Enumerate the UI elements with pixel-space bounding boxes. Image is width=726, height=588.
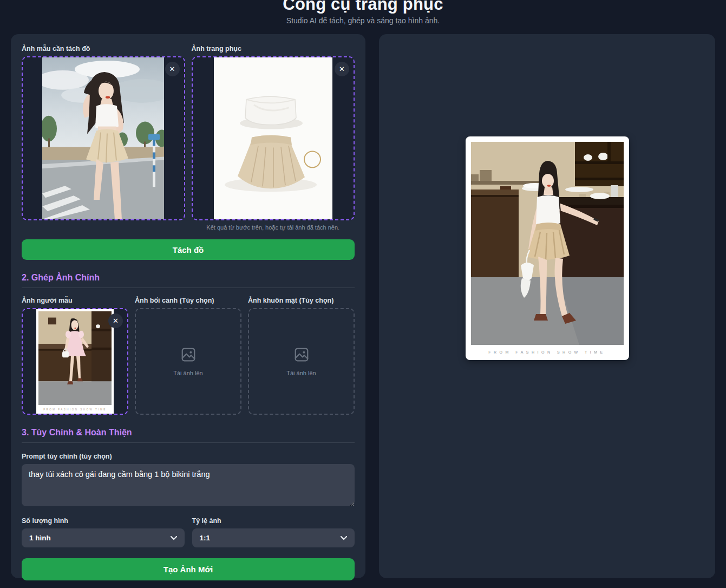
outfit-photo-column: Ảnh trang phục xyxy=(192,45,355,231)
prompt-input[interactable]: thay túi xách cô gái đang cầm bằng 1 bộ … xyxy=(22,464,355,506)
image-upload-icon xyxy=(180,347,197,363)
controls-panel: Ảnh mẫu cần tách đồ xyxy=(11,34,365,578)
page-subtitle: Studio AI để tách, ghép và sáng tạo hình… xyxy=(0,16,726,25)
photo-watermark: FROM FASHION SHOW TIME xyxy=(38,405,112,414)
upload-placeholder-text: Tải ảnh lên xyxy=(286,370,316,376)
prompt-label: Prompt tùy chỉnh (tùy chọn) xyxy=(22,453,355,460)
page-header: Công cụ trang phục Studio AI để tách, gh… xyxy=(0,0,726,25)
source-photo-dropzone[interactable]: ✕ xyxy=(22,56,185,220)
model-photo-column: Ảnh người mẫu xyxy=(22,297,128,415)
context-photo-column: Ảnh bối cảnh (Tùy chọn) Tải ảnh lên xyxy=(135,297,241,415)
outfit-photo-label: Ảnh trang phục xyxy=(192,45,355,53)
ratio-select-column: Tỷ lệ ảnh 1:1 xyxy=(192,517,355,547)
options-row: Số lượng hình 1 hình Tỷ lệ ảnh 1:1 xyxy=(22,517,355,547)
model-kitchen-photo xyxy=(38,311,112,405)
result-watermark: FROM FASHION SHOW TIME xyxy=(471,345,624,360)
ratio-select[interactable]: 1:1 xyxy=(192,528,355,547)
step3-heading: 3. Tùy Chỉnh & Hoàn Thiện xyxy=(22,428,355,443)
result-card[interactable]: FROM FASHION SHOW TIME xyxy=(466,136,629,360)
model-framed-photo: FROM FASHION SHOW TIME xyxy=(36,309,114,414)
step2-upload-row: Ảnh người mẫu xyxy=(22,297,355,415)
close-icon: ✕ xyxy=(113,317,119,324)
outfit-flatlay-photo xyxy=(214,57,332,219)
result-panel: FROM FASHION SHOW TIME xyxy=(379,34,715,578)
context-photo-label: Ảnh bối cảnh (Tùy chọn) xyxy=(135,297,241,304)
model-photo-label: Ảnh người mẫu xyxy=(22,297,128,304)
source-photo-close-button[interactable]: ✕ xyxy=(165,62,180,76)
image-upload-icon xyxy=(293,347,310,363)
source-model-photo xyxy=(42,57,164,219)
outfit-photo-dropzone[interactable]: ✕ xyxy=(192,56,355,220)
count-label: Số lượng hình xyxy=(22,517,185,525)
ratio-select-value: 1:1 xyxy=(200,534,211,542)
step1-upload-row: Ảnh mẫu cần tách đồ xyxy=(22,45,355,231)
source-photo-label: Ảnh mẫu cần tách đồ xyxy=(22,45,185,53)
model-photo-dropzone[interactable]: FROM FASHION SHOW TIME ✕ xyxy=(22,308,128,415)
count-select-value: 1 hình xyxy=(29,534,51,542)
chevron-down-icon xyxy=(171,536,177,540)
close-icon: ✕ xyxy=(339,66,345,73)
context-photo-dropzone[interactable]: Tải ảnh lên xyxy=(135,308,241,415)
model-photo-close-button[interactable]: ✕ xyxy=(108,313,123,328)
generate-image-button[interactable]: Tạo Ảnh Mới xyxy=(22,558,355,580)
count-select[interactable]: 1 hình xyxy=(22,528,185,547)
step2-heading: 2. Ghép Ảnh Chính xyxy=(22,273,355,288)
count-select-column: Số lượng hình 1 hình xyxy=(22,517,185,547)
outfit-hint-text: Kết quả từ bước trên, hoặc tự tải ảnh đã… xyxy=(192,224,355,231)
face-photo-dropzone[interactable]: Tải ảnh lên xyxy=(248,308,355,415)
extract-outfit-button[interactable]: Tách đồ xyxy=(22,239,355,260)
main-layout: Ảnh mẫu cần tách đồ xyxy=(0,34,726,578)
page-title: Công cụ trang phục xyxy=(0,0,726,14)
generated-result-photo xyxy=(471,142,624,345)
upload-placeholder-text: Tải ảnh lên xyxy=(173,370,202,376)
source-photo-column: Ảnh mẫu cần tách đồ xyxy=(22,45,185,231)
face-photo-column: Ảnh khuôn mặt (Tùy chọn) Tải ảnh lên xyxy=(248,297,355,415)
ratio-label: Tỷ lệ ảnh xyxy=(192,517,355,525)
chevron-down-icon xyxy=(341,536,347,540)
face-photo-label: Ảnh khuôn mặt (Tùy chọn) xyxy=(248,297,355,304)
close-icon: ✕ xyxy=(169,66,175,73)
outfit-photo-close-button[interactable]: ✕ xyxy=(335,62,349,76)
